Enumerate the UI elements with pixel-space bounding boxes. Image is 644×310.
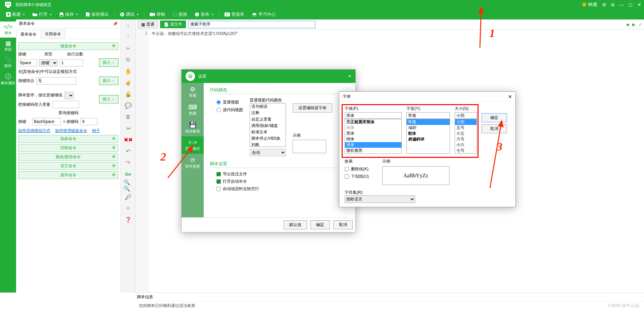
record-button[interactable]: 录制 [146,9,168,19]
cb-strike[interactable] [345,167,349,171]
qcode-input[interactable] [81,118,97,125]
tab-all[interactable]: 全部命令 [41,30,65,39]
radio-src[interactable] [216,108,221,112]
style-list[interactable]: 常规 倾斜 粗体 粗偏斜体 [406,119,450,154]
move-up-icon[interactable]: ↑ [123,33,133,41]
side-format[interactable]: <·>脚本格式 [182,136,204,154]
undo-icon[interactable]: ↶ [123,147,133,155]
settings-ok-button[interactable]: 确定 [310,220,330,229]
restore-icon[interactable]: ⧉ [611,2,614,8]
grab-button[interactable]: 抓抓 [169,9,191,19]
font-input[interactable] [345,112,402,119]
search-input[interactable] [188,21,315,28]
side-backup[interactable]: 💾自动备份 [182,119,204,136]
side-hotkey[interactable]: ⌨热键 [182,101,204,119]
section-color[interactable]: 颜色/图形命令⊕ [18,153,118,161]
font-cancel-button[interactable]: 取消 [482,124,507,133]
tab-basic[interactable]: 基本命令 [16,30,41,39]
section-plugin[interactable]: 插件命令⊕ [18,171,118,179]
resource-button[interactable]: 资源库 [221,9,248,19]
link-keyboard[interactable]: 如何使用键盘命令 [55,128,87,134]
nav-expand-icon[interactable]: ⤢ [639,22,642,27]
pin-icon[interactable]: 📌 [113,21,118,26]
lock-icon[interactable]: 🔒 [123,90,133,98]
qkey-input[interactable] [32,118,61,125]
key-input[interactable] [18,59,37,67]
pause-select[interactable] [64,92,74,99]
nav-next-icon[interactable]: ▶ [632,22,635,27]
charset-select[interactable]: 西欧语言 [345,195,415,203]
save-exit-button[interactable]: 保存退出 [82,9,112,19]
rail-attach[interactable]: 📎附件 [0,54,16,71]
svg-point-2 [8,3,10,5]
var-input[interactable] [52,101,79,108]
section-ctrl[interactable]: 控制命令⊕ [18,144,118,152]
section-other[interactable]: 其它命令⊕ [18,162,118,170]
minimize-icon[interactable]: — [619,2,624,7]
shield-button[interactable]: 神盾 [582,2,597,8]
debug-button[interactable]: 调试▾ [116,9,142,19]
copy-icon[interactable]: ⧉ [123,56,133,64]
rail-ui[interactable]: ▦界面 [0,38,16,54]
help-icon[interactable]: ❓ [123,216,133,224]
rail-script[interactable]: </>脚本 [0,21,16,38]
hand-icon[interactable]: ✋ [123,67,133,75]
group-code-color: 代码颜色 [210,87,349,94]
cb-under[interactable] [345,174,349,179]
settings-cancel-button[interactable]: 取消 [333,220,353,229]
learn-button[interactable]: 学习中心 [248,9,279,19]
link-sim[interactable]: 如何选择模拟方式 [18,128,50,134]
style-input[interactable] [406,112,450,119]
rail-props[interactable]: ⓘ脚本属性 [0,71,16,88]
nav-prev-icon[interactable]: ◀ [626,22,629,27]
font-close-icon[interactable]: ✕ [508,94,512,99]
count-input[interactable] [60,59,83,67]
insert-button-3[interactable]: 插入→ [99,95,118,103]
maximize-icon[interactable]: ◻ [629,2,633,7]
insert-button-1[interactable]: 插入→ [99,58,118,67]
color-list[interactable]: 语句错误注释 自定义变量调用/鼠标/键盘 标准文本脚本停止/VBS执 判断跳转 [250,103,286,147]
gear-icon[interactable]: ⚙ [602,2,606,7]
bugs-icon[interactable]: ✖✖ [123,136,133,144]
side-update[interactable]: ⟳软件更新 [182,154,204,172]
settings-close-icon[interactable]: ✕ [348,74,351,79]
pointer-icon[interactable]: ☝ [123,79,133,87]
find2-icon[interactable]: 🔎 [123,193,133,201]
cb-indent[interactable] [216,187,221,191]
default-button[interactable]: 默认值 [284,220,307,229]
size-input[interactable] [455,112,477,119]
combo-input[interactable] [36,77,77,85]
find-icon[interactable]: 🔍🔍 [123,181,133,189]
publish-button[interactable]: 发布▾ [191,9,217,19]
view-normal[interactable]: ▦ 普通 [138,20,158,28]
delete-icon[interactable]: 🗑 [123,113,133,121]
close-icon[interactable]: ✕ [637,2,641,7]
section-keyboard[interactable]: 键盘命令⊗ [18,42,118,50]
cb-auto[interactable] [216,179,221,184]
align-icon[interactable]: ≡ [123,204,133,212]
redo-icon[interactable]: ↷ [123,159,133,167]
new-button[interactable]: 新建▾ [3,9,28,19]
cut-icon[interactable]: ✂ [123,44,133,52]
font-list[interactable]: 方正粗黑宋简体 仿宋 黑体 楷体 宋体 微软雅黑 新宋体 [345,119,402,154]
auto-select[interactable]: 自动 [250,149,286,156]
section-mouse[interactable]: 鼠标命令⊕ [18,135,118,143]
font-button[interactable]: 设置编辑器字体 [293,103,332,113]
gear-icon: ⚙ [186,72,195,81]
font-ok-button[interactable]: 确定 [482,113,507,122]
radio-normal[interactable] [216,100,221,104]
side-general[interactable]: ⚙常规 [182,83,204,101]
bottom-message: 您的脚本已经顺利通过语法检查 [134,302,644,310]
cb-export[interactable] [216,172,221,176]
open-button[interactable]: 打开▾ [29,9,55,19]
comment-icon[interactable]: 💬 [123,101,133,109]
link-example[interactable]: 例子 [92,128,100,134]
go-icon[interactable]: Go [123,170,133,178]
link-icon[interactable]: ⫘ [123,124,133,132]
type-select[interactable]: 按键 [39,59,58,67]
insert-button-2[interactable]: 插入→ [99,77,118,85]
move-down-icon[interactable]: ↓ [123,21,133,30]
save-button[interactable]: 保存▾ [56,9,81,19]
size-list[interactable]: 小四 五号 小五 六号 小六 七号 八号 [455,119,477,154]
view-source[interactable]: 📄 源文件 [160,20,186,28]
